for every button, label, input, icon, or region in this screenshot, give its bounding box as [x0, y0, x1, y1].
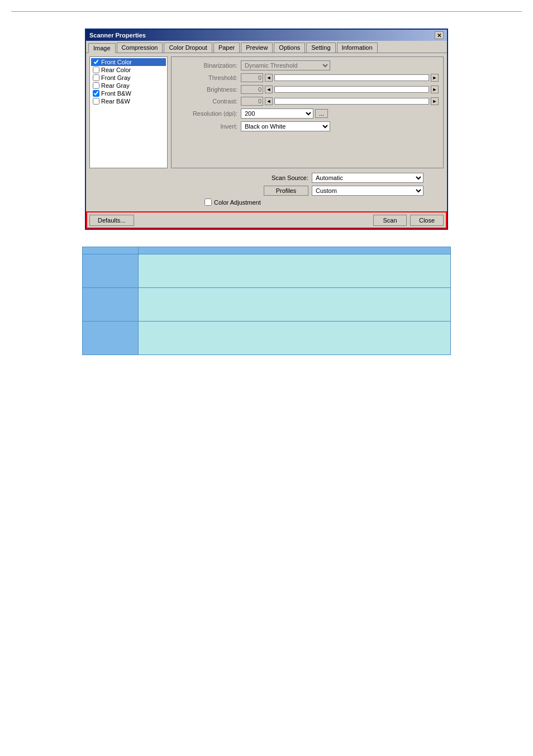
invert-label: Invert: — [176, 123, 237, 130]
threshold-left-arrow[interactable]: ◄ — [265, 74, 273, 82]
table-row — [83, 322, 451, 355]
image-list-panel: Front Color Rear Color Front Gray R — [89, 56, 168, 168]
contrast-label: Contrast: — [176, 98, 237, 105]
contrast-control: ◄ ► — [241, 97, 439, 106]
color-adjustment-row: Color Adjustment — [93, 199, 440, 206]
table-header-col1 — [83, 247, 139, 254]
bottom-table — [82, 247, 451, 355]
front-gray-label: Front Gray — [101, 74, 131, 81]
front-gray-checkbox[interactable] — [93, 74, 99, 81]
scanner-dialog: Scanner Properties ✕ Image Compression C… — [85, 29, 448, 230]
binarization-select[interactable]: Dynamic Threshold — [241, 60, 330, 70]
resolution-label: Resolution (dpi): — [176, 110, 237, 117]
invert-row: Invert: Black on White White on Black — [176, 121, 439, 131]
invert-select[interactable]: Black on White White on Black — [241, 121, 330, 131]
rear-color-label: Rear Color — [101, 67, 131, 73]
invert-control: Black on White White on Black — [241, 121, 439, 131]
threshold-slider[interactable] — [274, 74, 429, 81]
rear-bw-label: Rear B&W — [101, 98, 130, 105]
scan-source-row: Scan Source: Automatic Flatbed ADF Front — [93, 173, 440, 183]
threshold-control: ◄ ► — [241, 73, 439, 82]
resolution-select[interactable]: 200 300 400 600 — [241, 108, 313, 119]
profiles-button[interactable]: Profiles — [264, 186, 308, 196]
footer-right: Scan Close — [373, 215, 444, 226]
image-list-item-rear-gray[interactable]: Rear Gray — [91, 82, 166, 89]
rear-gray-checkbox[interactable] — [93, 82, 99, 89]
top-divider — [11, 11, 522, 12]
contrast-row: Contrast: ◄ ► — [176, 97, 439, 106]
dialog-wrapper: Scanner Properties ✕ Image Compression C… — [11, 29, 522, 230]
image-list-item-rear-bw[interactable]: Rear B&W — [91, 97, 166, 105]
table-cell-row2-col2 — [139, 288, 451, 322]
table-cell-row2-col1 — [83, 288, 139, 322]
binarization-control: Dynamic Threshold — [241, 60, 439, 70]
image-list-item-front-gray[interactable]: Front Gray — [91, 74, 166, 82]
binarization-row: Binarization: Dynamic Threshold — [176, 60, 439, 70]
tab-image[interactable]: Image — [88, 43, 116, 53]
image-list-item-rear-color[interactable]: Rear Color — [91, 66, 166, 74]
threshold-input[interactable] — [241, 73, 263, 82]
brightness-right-arrow[interactable]: ► — [431, 86, 439, 93]
table-cell-row1-col1 — [83, 254, 139, 288]
brightness-slider[interactable] — [274, 86, 429, 93]
dialog-title: Scanner Properties — [89, 32, 146, 39]
tab-options[interactable]: Options — [274, 42, 305, 53]
defaults-button[interactable]: Defaults... — [89, 215, 134, 226]
brightness-control: ◄ ► — [241, 85, 439, 94]
table-row — [83, 254, 451, 288]
table-cell-row3-col2 — [139, 322, 451, 355]
page-container: Scanner Properties ✕ Image Compression C… — [11, 11, 522, 355]
table-header-col2 — [139, 247, 451, 254]
tab-information[interactable]: Information — [337, 42, 378, 53]
rear-color-checkbox[interactable] — [93, 67, 99, 73]
front-bw-checkbox[interactable] — [93, 90, 99, 97]
resolution-row: Resolution (dpi): 200 300 400 600 ... — [176, 108, 439, 119]
dialog-bottom: Scan Source: Automatic Flatbed ADF Front… — [89, 171, 444, 208]
brightness-input[interactable] — [241, 85, 263, 94]
resolution-dots-button[interactable]: ... — [315, 109, 328, 118]
image-list-item-front-color[interactable]: Front Color — [91, 58, 166, 66]
dialog-footer: Defaults... Scan Close — [86, 211, 447, 229]
threshold-right-arrow[interactable]: ► — [431, 74, 439, 82]
table-cell-row1-col2 — [139, 254, 451, 288]
brightness-left-arrow[interactable]: ◄ — [265, 86, 273, 93]
tab-paper[interactable]: Paper — [213, 42, 240, 53]
dialog-body: Front Color Rear Color Front Gray R — [86, 53, 447, 211]
dialog-tabs: Image Compression Color Dropout Paper Pr… — [86, 41, 447, 53]
table-cell-row3-col1 — [83, 322, 139, 355]
threshold-row: Threshold: ◄ ► — [176, 73, 439, 82]
color-adjustment-label: Color Adjustment — [214, 199, 261, 206]
rear-bw-checkbox[interactable] — [93, 98, 99, 105]
footer-left: Defaults... — [89, 215, 134, 226]
contrast-input[interactable] — [241, 97, 263, 106]
contrast-right-arrow[interactable]: ► — [431, 97, 439, 105]
front-color-checkbox[interactable] — [93, 59, 99, 65]
tab-color-dropout[interactable]: Color Dropout — [164, 42, 212, 53]
contrast-slider[interactable] — [274, 98, 429, 105]
profiles-row: Profiles Custom — [93, 186, 440, 196]
binarization-label: Binarization: — [176, 62, 237, 69]
image-list-item-front-bw[interactable]: Front B&W — [91, 89, 166, 97]
tab-preview[interactable]: Preview — [241, 42, 273, 53]
front-bw-label: Front B&W — [101, 90, 131, 97]
tab-compression[interactable]: Compression — [117, 42, 163, 53]
resolution-control: 200 300 400 600 ... — [241, 108, 439, 119]
tab-setting[interactable]: Setting — [306, 42, 335, 53]
contrast-left-arrow[interactable]: ◄ — [265, 97, 273, 105]
profiles-select[interactable]: Custom — [312, 186, 423, 196]
threshold-label: Threshold: — [176, 74, 237, 81]
front-color-label: Front Color — [101, 59, 132, 65]
dialog-main-row: Front Color Rear Color Front Gray R — [89, 56, 444, 168]
table-row — [83, 288, 451, 322]
scan-button[interactable]: Scan — [373, 215, 407, 226]
settings-panel: Binarization: Dynamic Threshold Threshol… — [171, 56, 444, 168]
scan-source-label: Scan Source: — [264, 174, 308, 181]
brightness-row: Brightness: ◄ ► — [176, 85, 439, 94]
dialog-close-button[interactable]: ✕ — [435, 31, 444, 39]
close-button[interactable]: Close — [410, 215, 444, 226]
color-adjustment-checkbox[interactable] — [204, 199, 212, 206]
table-wrapper — [11, 247, 522, 355]
dialog-titlebar: Scanner Properties ✕ — [86, 30, 447, 41]
scan-source-select[interactable]: Automatic Flatbed ADF Front — [312, 173, 423, 183]
brightness-label: Brightness: — [176, 86, 237, 93]
